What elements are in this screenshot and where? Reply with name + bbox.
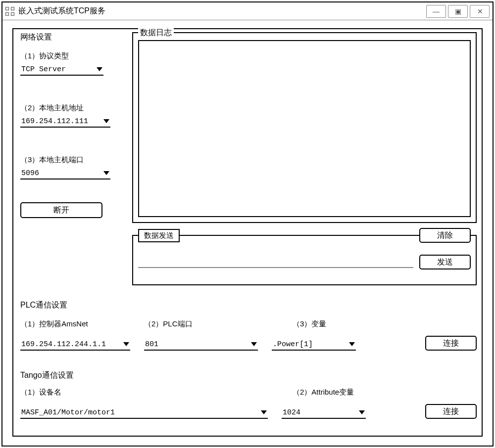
send-button-label: 发送 bbox=[437, 257, 453, 268]
plc-amsnet-value: 169.254.112.244.1.1 bbox=[21, 340, 120, 349]
protocol-type-select[interactable]: TCP Server bbox=[20, 64, 103, 76]
app-window: 嵌入式测试系统TCP服务 — ▣ ✕ 网络设置 （1）协议类型 TCP Serv… bbox=[1, 1, 494, 447]
plc-var-select[interactable]: .Power[1] bbox=[272, 339, 356, 351]
plc-var-value: .Power[1] bbox=[273, 340, 346, 349]
data-log-title: 数据日志 bbox=[138, 28, 174, 38]
maximize-icon: ▣ bbox=[455, 7, 461, 15]
tango-group-title: Tango通信设置 bbox=[20, 370, 477, 381]
minimize-button[interactable]: — bbox=[426, 5, 446, 18]
plc-connect-button[interactable]: 连接 bbox=[425, 336, 477, 351]
chevron-down-icon bbox=[359, 410, 365, 414]
window-title: 嵌入式测试系统TCP服务 bbox=[18, 6, 105, 16]
local-host-label: （2）本地主机地址 bbox=[20, 103, 127, 113]
chevron-down-icon bbox=[103, 119, 109, 123]
tango-attr-select[interactable]: 1024 bbox=[282, 407, 366, 419]
plc-port-label: （2）PLC端口 bbox=[144, 319, 293, 329]
tango-device-value: MASF_A01/Motor/motor1 bbox=[21, 408, 258, 417]
tango-connect-button-label: 连接 bbox=[443, 406, 459, 417]
local-host-value: 169.254.112.111 bbox=[21, 117, 100, 126]
data-send-panel: 数据发送 清除 发送 bbox=[132, 235, 477, 285]
local-port-value: 5096 bbox=[21, 169, 100, 178]
plc-group-title: PLC通信设置 bbox=[20, 300, 477, 311]
plc-port-value: 801 bbox=[145, 340, 248, 349]
chevron-down-icon bbox=[123, 342, 129, 346]
local-port-label: （3）本地主机端口 bbox=[20, 155, 127, 165]
titlebar: 嵌入式测试系统TCP服务 — ▣ ✕ bbox=[2, 2, 493, 20]
close-button[interactable]: ✕ bbox=[470, 5, 490, 18]
data-log-panel: 数据日志 bbox=[132, 32, 477, 223]
chevron-down-icon bbox=[103, 171, 109, 175]
send-input[interactable] bbox=[138, 256, 413, 268]
local-port-select[interactable]: 5096 bbox=[20, 168, 110, 179]
chevron-down-icon bbox=[97, 67, 102, 71]
disconnect-button-label: 断开 bbox=[53, 205, 69, 216]
plc-var-label: （3）变量 bbox=[293, 319, 326, 329]
plc-port-select[interactable]: 801 bbox=[144, 339, 258, 351]
tango-device-label: （1）设备名 bbox=[20, 388, 293, 397]
plc-amsnet-select[interactable]: 169.254.112.244.1.1 bbox=[20, 339, 130, 351]
content-area: 网络设置 （1）协议类型 TCP Server （2）本地主机地址 169.25… bbox=[12, 28, 483, 437]
tango-device-select[interactable]: MASF_A01/Motor/motor1 bbox=[20, 407, 268, 419]
network-settings-group: 网络设置 （1）协议类型 TCP Server （2）本地主机地址 169.25… bbox=[20, 32, 127, 218]
maximize-button[interactable]: ▣ bbox=[448, 5, 468, 18]
tango-settings-group: Tango通信设置 （1）设备名 （2）Attribute变量 MASF_A01… bbox=[20, 370, 477, 419]
send-button[interactable]: 发送 bbox=[419, 255, 471, 269]
minimize-icon: — bbox=[433, 7, 440, 15]
clear-button-label: 清除 bbox=[437, 230, 453, 241]
chevron-down-icon bbox=[349, 342, 355, 346]
tango-connect-button[interactable]: 连接 bbox=[425, 404, 477, 419]
chevron-down-icon bbox=[261, 410, 267, 414]
tango-attr-value: 1024 bbox=[283, 408, 356, 417]
protocol-type-label: （1）协议类型 bbox=[20, 51, 127, 61]
protocol-type-value: TCP Server bbox=[21, 65, 94, 74]
close-icon: ✕ bbox=[477, 7, 483, 15]
clear-button[interactable]: 清除 bbox=[419, 228, 471, 243]
local-host-select[interactable]: 169.254.112.111 bbox=[20, 116, 110, 128]
app-icon bbox=[5, 7, 14, 16]
network-group-title: 网络设置 bbox=[20, 32, 127, 43]
disconnect-button[interactable]: 断开 bbox=[20, 202, 102, 218]
plc-settings-group: PLC通信设置 （1）控制器AmsNet （2）PLC端口 （3）变量 169.… bbox=[20, 300, 477, 351]
data-log-textarea[interactable] bbox=[138, 40, 471, 217]
data-send-title: 数据发送 bbox=[138, 229, 180, 242]
chevron-down-icon bbox=[251, 342, 257, 346]
tango-attr-label: （2）Attribute变量 bbox=[293, 388, 354, 397]
plc-connect-button-label: 连接 bbox=[443, 338, 459, 349]
plc-amsnet-label: （1）控制器AmsNet bbox=[20, 319, 144, 329]
